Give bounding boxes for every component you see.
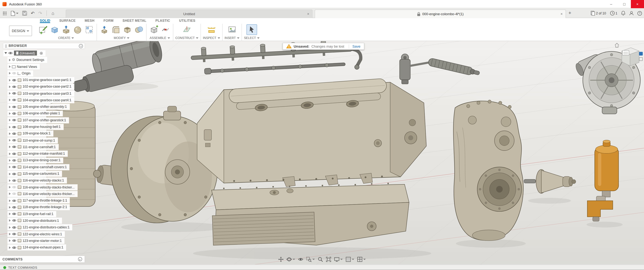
expander-icon[interactable] bbox=[9, 153, 11, 155]
shell-button[interactable] bbox=[122, 24, 133, 35]
expander-icon[interactable] bbox=[9, 65, 11, 68]
job-status-button[interactable]: 2 of 10 bbox=[591, 11, 606, 16]
browser-component-row[interactable]: 121-engine-distributors-cables:1 bbox=[7, 224, 72, 230]
browser-component-row[interactable]: 112-engine-intake-manifold:1 bbox=[7, 151, 68, 157]
ribbon-tab[interactable]: SHEET METAL bbox=[122, 19, 146, 23]
display-settings-button[interactable] bbox=[334, 257, 343, 262]
viewcube[interactable] bbox=[614, 42, 642, 71]
visibility-eye-icon[interactable] bbox=[12, 112, 16, 115]
group-label-create[interactable]: CREATE bbox=[58, 36, 74, 40]
visibility-eye-icon[interactable] bbox=[12, 186, 16, 189]
expander-icon[interactable] bbox=[9, 159, 11, 162]
group-label-construct[interactable]: CONSTRUCT bbox=[176, 36, 198, 40]
visibility-eye-icon[interactable] bbox=[12, 212, 16, 216]
group-label-assemble[interactable]: ASSEMBLE bbox=[150, 36, 170, 40]
browser-header[interactable]: BROWSER ◂ bbox=[3, 43, 84, 49]
browser-component-row[interactable]: 103-engine-gearbox-case-part3:1 bbox=[7, 90, 74, 97]
browser-component-row[interactable]: 118-engine-throttle-linkage-2:1 bbox=[7, 204, 70, 210]
visibility-eye-icon[interactable] bbox=[12, 78, 16, 82]
account-button[interactable] bbox=[629, 11, 634, 15]
group-label-insert[interactable]: INSERT bbox=[224, 36, 240, 40]
ribbon-tab[interactable]: SOLID bbox=[40, 19, 50, 23]
expander-icon[interactable] bbox=[9, 213, 11, 215]
combine-button[interactable] bbox=[134, 24, 144, 35]
expander-icon[interactable] bbox=[9, 99, 11, 101]
fillet-button[interactable] bbox=[110, 24, 121, 35]
create-sketch-button[interactable] bbox=[38, 24, 48, 35]
visibility-eye-icon[interactable] bbox=[12, 145, 16, 149]
workspace-selector[interactable]: DESIGN bbox=[9, 26, 32, 36]
expander-icon[interactable] bbox=[9, 85, 11, 88]
visibility-eye-icon[interactable] bbox=[12, 219, 16, 222]
home-view-button[interactable]: ⌂ bbox=[52, 11, 54, 15]
expander-icon[interactable] bbox=[9, 119, 11, 121]
expander-icon[interactable] bbox=[9, 72, 11, 75]
help-button[interactable]: ? bbox=[638, 11, 642, 15]
group-label-modify[interactable]: MODIFY bbox=[114, 36, 129, 40]
browser-component-row[interactable]: 113-engine-timing-cover:1 bbox=[7, 157, 63, 164]
redo-button[interactable]: ↷ bbox=[38, 11, 42, 15]
ribbon-tab[interactable]: UTILITIES bbox=[179, 19, 196, 23]
expander-icon[interactable] bbox=[9, 112, 11, 115]
visibility-eye-icon[interactable] bbox=[12, 85, 16, 88]
expander-icon[interactable] bbox=[9, 173, 11, 175]
ribbon-tab[interactable]: MESH bbox=[84, 19, 94, 23]
file-menu-button[interactable] bbox=[10, 11, 18, 16]
expander-icon[interactable] bbox=[9, 126, 11, 128]
browser-row-named-views[interactable]: Named Views bbox=[7, 64, 40, 70]
browser-component-row[interactable]: 115-engine-carburetors:1 bbox=[7, 171, 62, 177]
visibility-eye-icon[interactable] bbox=[12, 165, 16, 169]
browser-component-row[interactable]: 106-engine-shifter-plate:1 bbox=[7, 110, 63, 117]
visibility-eye-icon[interactable] bbox=[12, 118, 16, 122]
expander-icon[interactable] bbox=[9, 206, 11, 208]
browser-component-row[interactable]: 120-engine-distributors:1 bbox=[7, 218, 62, 224]
comments-expand-icon[interactable]: ▸ bbox=[78, 257, 82, 261]
expander-icon[interactable] bbox=[9, 79, 11, 81]
visibility-eye-icon[interactable] bbox=[12, 98, 16, 102]
document-tab-untitled[interactable]: Untitled × bbox=[66, 9, 313, 18]
browser-row-document-settings[interactable]: ⚙ Document Settings bbox=[7, 57, 47, 63]
visibility-eye-icon[interactable] bbox=[12, 179, 16, 182]
insert-canvas-button[interactable] bbox=[227, 24, 238, 35]
viewport-canvas[interactable]: Unsaved: Changes may be lost Save BROWSE… bbox=[0, 41, 644, 264]
primitive-sphere-button[interactable] bbox=[72, 24, 83, 35]
browser-component-row[interactable]: 123-engine-starter-motor:1 bbox=[7, 238, 64, 244]
extrude-button[interactable] bbox=[61, 24, 72, 35]
save-button[interactable] bbox=[22, 11, 27, 16]
model-fuel-pump[interactable] bbox=[587, 140, 618, 221]
browser-root-row[interactable]: (Unsaved) bbox=[3, 50, 46, 56]
browser-component-row[interactable]: 116-engine-velocity-stacks:1 bbox=[7, 177, 67, 184]
expander-icon[interactable] bbox=[9, 146, 11, 148]
model-oil-sump[interactable] bbox=[212, 183, 409, 245]
primitive-box-button[interactable] bbox=[49, 24, 60, 35]
visibility-eye-icon[interactable] bbox=[12, 132, 16, 135]
browser-component-row[interactable]: 116-engine-velocity-stacks-thicker... bbox=[7, 191, 77, 197]
visibility-eye-icon[interactable] bbox=[12, 239, 16, 242]
expander-icon[interactable] bbox=[9, 233, 11, 235]
visibility-eye-icon[interactable] bbox=[12, 152, 16, 156]
browser-component-row[interactable]: 119-engine-fuel-rail:1 bbox=[7, 211, 56, 217]
browser-component-row[interactable]: 101-engine-gearbox-case-part1:1 bbox=[7, 77, 74, 83]
visibility-eye-icon[interactable] bbox=[12, 125, 16, 129]
document-tab-engine[interactable]: 000-engine-colombo-4l*(1) × bbox=[315, 9, 566, 18]
model-gearbox-case[interactable] bbox=[454, 100, 524, 240]
browser-component-row[interactable]: 102-engine-gearbox-case-part2:1 bbox=[7, 84, 74, 90]
visibility-eye-icon[interactable] bbox=[12, 199, 16, 202]
new-component-button[interactable] bbox=[149, 24, 159, 35]
select-button[interactable] bbox=[246, 24, 257, 35]
browser-component-row[interactable]: 122-engine-electric-wires:1 bbox=[7, 231, 65, 237]
look-at-button[interactable] bbox=[298, 257, 304, 262]
expander-icon[interactable] bbox=[9, 226, 11, 229]
expander-icon[interactable] bbox=[9, 105, 11, 108]
expander-icon[interactable] bbox=[9, 240, 11, 242]
pattern-button[interactable] bbox=[84, 24, 94, 35]
browser-component-row[interactable]: 107-engine-shifter-gearstick:1 bbox=[7, 117, 69, 123]
visibility-eye-icon[interactable] bbox=[12, 159, 16, 162]
browser-component-row[interactable]: 108-engine-housing-bell:1 bbox=[7, 124, 63, 130]
visibility-eye-icon[interactable] bbox=[8, 52, 13, 55]
group-label-inspect[interactable]: INSPECT bbox=[203, 36, 220, 40]
expander-icon[interactable] bbox=[9, 193, 11, 195]
browser-component-row[interactable]: 110-engine-oil-sump:1 bbox=[7, 137, 58, 144]
visibility-eye-icon[interactable] bbox=[12, 105, 16, 108]
expander-icon[interactable] bbox=[9, 219, 11, 222]
